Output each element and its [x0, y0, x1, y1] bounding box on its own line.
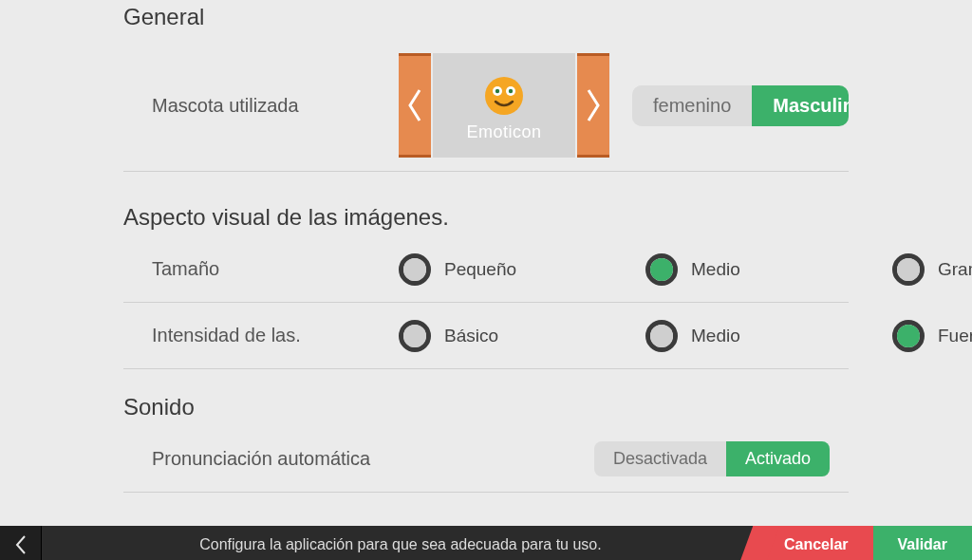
row-mascot: Mascota utilizada Em	[123, 36, 849, 172]
svg-point-4	[509, 88, 513, 92]
size-option-large[interactable]: Grande	[892, 253, 972, 286]
size-option-medium[interactable]: Medio	[645, 253, 788, 286]
back-button[interactable]	[0, 526, 42, 560]
radio-icon	[399, 320, 431, 352]
radio-icon	[892, 253, 925, 286]
bottom-bar: Configura la aplicación para que sea ade…	[0, 526, 972, 560]
radio-icon	[645, 320, 678, 352]
chevron-left-icon	[405, 86, 424, 124]
gender-option-female[interactable]: femenino	[632, 85, 752, 126]
gender-toggle: femenino Masculino	[632, 85, 849, 126]
mascot-picker: Emoticon	[399, 53, 609, 158]
radio-label: Fuerte	[938, 326, 972, 346]
emoji-face-icon	[483, 75, 525, 117]
section-title-general: General	[123, 4, 849, 30]
chevron-left-icon	[14, 534, 28, 555]
row-intensity: Intensidad de las. Básico Medio Fuerte	[123, 303, 849, 369]
radio-label: Grande	[938, 259, 972, 280]
radio-label: Medio	[691, 259, 740, 280]
radio-set-intensity: Básico Medio Fuerte	[399, 320, 972, 352]
mascot-card[interactable]: Emoticon	[433, 53, 575, 158]
radio-label: Básico	[444, 326, 498, 346]
row-auto-pronounce: Pronunciación automática Desactivada Act…	[123, 426, 849, 493]
auto-pronounce-on[interactable]: Activado	[726, 441, 830, 476]
size-option-small[interactable]: Pequeño	[399, 253, 541, 286]
mascot-next-button[interactable]	[577, 53, 609, 158]
mascot-prev-button[interactable]	[399, 53, 431, 158]
section-title-visual: Aspecto visual de las imágenes.	[123, 204, 849, 231]
gender-option-male[interactable]: Masculino	[752, 85, 849, 126]
label-intensity: Intensidad de las.	[152, 325, 399, 346]
radio-icon	[399, 253, 431, 286]
section-title-sound: Sonido	[123, 394, 849, 420]
radio-set-size: Pequeño Medio Grande	[399, 253, 972, 286]
svg-point-3	[495, 88, 499, 92]
mascot-caption: Emoticon	[466, 122, 541, 142]
chevron-right-icon	[584, 86, 603, 124]
label-auto-pronounce: Pronunciación automática	[152, 448, 594, 470]
svg-point-0	[485, 77, 523, 115]
radio-label: Pequeño	[444, 259, 516, 280]
intensity-option-strong[interactable]: Fuerte	[892, 320, 972, 352]
radio-label: Medio	[691, 326, 740, 346]
footer-hint: Configura la aplicación para que sea ade…	[42, 526, 759, 560]
label-size: Tamaño	[152, 258, 399, 280]
intensity-option-medium[interactable]: Medio	[645, 320, 788, 352]
cancel-button-label: Cancelar	[784, 536, 849, 553]
radio-icon	[892, 320, 925, 352]
auto-pronounce-off[interactable]: Desactivada	[594, 441, 726, 476]
auto-pronounce-toggle: Desactivada Activado	[594, 441, 830, 476]
label-mascot: Mascota utilizada	[152, 95, 399, 117]
validate-button[interactable]: Validar	[873, 526, 972, 560]
validate-button-label: Validar	[898, 536, 947, 553]
row-size: Tamaño Pequeño Medio Grande	[123, 236, 849, 303]
radio-icon	[645, 253, 678, 286]
cancel-button[interactable]: Cancelar	[759, 526, 873, 560]
intensity-option-basic[interactable]: Básico	[399, 320, 541, 352]
